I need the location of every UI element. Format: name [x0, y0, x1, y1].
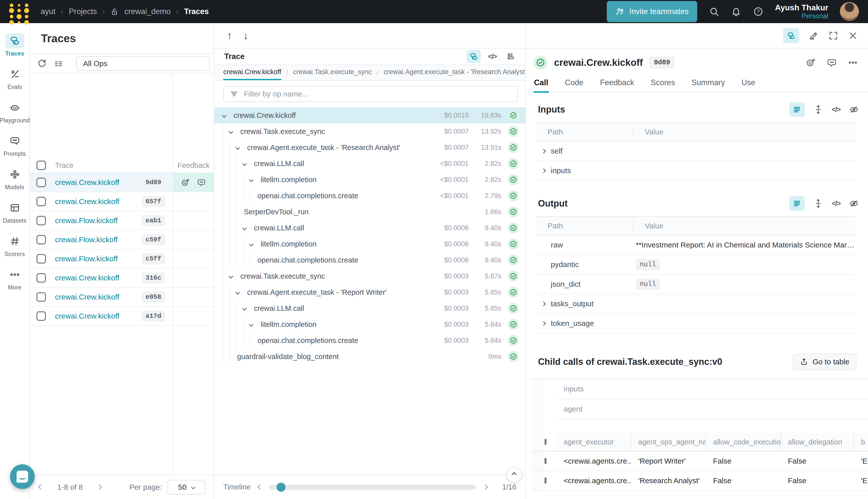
chevron-down-icon[interactable] — [222, 113, 226, 118]
add-reaction-icon[interactable] — [806, 58, 816, 68]
chevron-down-icon[interactable] — [228, 129, 233, 134]
child-call-row[interactable]: <crewai.agents.cre...'Report Writer'Fals… — [531, 451, 868, 471]
op-filter-input[interactable] — [243, 89, 511, 98]
row-checkbox[interactable] — [36, 292, 46, 302]
call-crumb-tab[interactable]: crewai.Agent.execute_task - 'Research An… — [384, 65, 525, 80]
kv-row[interactable]: json_dictnull — [536, 275, 855, 294]
column-header[interactable]: agent_executor — [557, 433, 631, 451]
row-checkbox[interactable] — [36, 273, 46, 283]
call-tree-row[interactable]: crewai.Task.execute_sync $0.0007 13.92s — [214, 123, 525, 139]
per-page-select[interactable]: 50 — [168, 480, 205, 495]
chevron-right-icon[interactable] — [541, 149, 546, 153]
breadcrumb-projects[interactable]: Projects — [69, 7, 97, 16]
chevron-right-icon[interactable] — [541, 168, 546, 173]
chevron-down-icon[interactable] — [242, 226, 247, 230]
trace-link[interactable]: crewai.Crew.kickoff — [55, 273, 138, 282]
call-tree-row[interactable]: litellm.completion $0.0003 5.84s — [214, 316, 525, 332]
row-checkbox[interactable] — [36, 216, 46, 226]
call-tree-row[interactable]: litellm.completion $0.0006 9.40s — [214, 236, 525, 252]
trace-row[interactable]: crewai.Crew.kickoff 316c — [30, 269, 214, 288]
overflow-menu-icon[interactable] — [848, 58, 858, 68]
flame-view-button[interactable] — [504, 50, 518, 63]
tab-summary[interactable]: Summary — [691, 75, 726, 93]
tab-use[interactable]: Use — [741, 75, 756, 93]
json-view-icon[interactable]: </> — [832, 106, 840, 113]
trace-link[interactable]: crewai.Flow.kickoff — [55, 216, 138, 225]
hide-values-icon[interactable] — [849, 198, 859, 208]
collapse-timeline-button[interactable] — [506, 467, 522, 483]
sidebar-item-traces[interactable]: Traces — [1, 33, 29, 57]
tree-view-button[interactable] — [467, 50, 481, 63]
hide-values-icon[interactable] — [849, 105, 859, 114]
column-settings-icon[interactable] — [53, 59, 64, 69]
trace-link[interactable]: crewai.Flow.kickoff — [55, 255, 138, 263]
call-tree-row[interactable]: crewai.Crew.kickoff $0.0010 19.83s — [214, 107, 525, 123]
select-all-checkbox[interactable] — [36, 160, 46, 170]
chevron-down-icon[interactable] — [242, 306, 247, 311]
comment-icon[interactable] — [197, 178, 206, 187]
op-filter-box[interactable] — [223, 86, 518, 102]
call-tree-row[interactable]: openai.chat.completions.create $0.0003 5… — [214, 332, 525, 349]
kv-row[interactable]: token_usage — [536, 314, 855, 333]
kv-row[interactable]: inputs — [536, 161, 855, 181]
edit-pencil-icon[interactable] — [809, 31, 819, 41]
go-to-table-button[interactable]: Go to table — [793, 354, 856, 370]
chevron-down-icon[interactable] — [249, 242, 253, 246]
timeline-knob[interactable] — [276, 483, 286, 492]
tab-call[interactable]: Call — [533, 75, 549, 93]
list-view-button[interactable] — [789, 102, 805, 117]
trace-row[interactable]: crewai.Crew.kickoff a17d — [30, 307, 214, 326]
avatar[interactable] — [840, 2, 859, 21]
child-call-row[interactable]: <crewai.agents.cre...'Research Analyst'F… — [531, 471, 868, 491]
trace-row[interactable]: crewai.Crew.kickoff e058 — [30, 288, 214, 307]
prev-page-icon[interactable] — [38, 484, 44, 490]
tab-feedback[interactable]: Feedback — [599, 75, 635, 93]
trace-row[interactable]: crewai.Flow.kickoff c59f — [30, 230, 214, 250]
call-tree-row[interactable]: crewai.Task.execute_sync $0.0003 5.87s — [214, 268, 525, 284]
row-checkbox[interactable] — [545, 458, 546, 464]
user-menu[interactable]: Ayush Thakur Personal — [775, 3, 828, 20]
chevron-down-icon[interactable] — [235, 290, 240, 294]
trace-link[interactable]: crewai.Crew.kickoff — [55, 293, 138, 301]
call-tree-row[interactable]: crewai.Agent.execute_task - 'Report Writ… — [214, 284, 525, 300]
wandb-logo-icon[interactable] — [9, 3, 27, 20]
chevron-down-icon[interactable] — [249, 322, 253, 327]
row-checkbox[interactable] — [36, 178, 46, 187]
timeline-next-icon[interactable] — [483, 484, 488, 490]
notifications-bell-icon[interactable] — [731, 6, 741, 17]
breadcrumb-project[interactable]: crewai_demo — [124, 7, 171, 16]
intercom-chat-button[interactable] — [10, 464, 35, 489]
ops-filter-select[interactable]: All Ops — [76, 56, 210, 71]
trace-column-header[interactable]: Trace — [55, 161, 138, 170]
row-checkbox[interactable] — [36, 235, 46, 244]
trace-link[interactable]: crewai.Crew.kickoff — [55, 178, 138, 187]
column-header[interactable]: allow_delegation — [781, 433, 854, 451]
chevron-right-icon[interactable] — [541, 321, 546, 326]
fullscreen-icon[interactable] — [828, 31, 838, 41]
next-trace-down-icon[interactable]: ↓ — [243, 31, 248, 41]
trace-link[interactable]: crewai.Flow.kickoff — [55, 235, 138, 244]
show-tree-button[interactable] — [783, 28, 799, 43]
call-tree-row[interactable]: litellm.completion <$0.0001 2.82s — [214, 172, 525, 188]
list-view-button[interactable] — [789, 196, 805, 211]
prev-trace-up-icon[interactable]: ↑ — [227, 31, 232, 41]
call-crumb-tab[interactable]: crewai.Crew.kickoff — [223, 65, 281, 80]
call-tree-row[interactable]: crewai.LLM.call $0.0003 5.85s — [214, 300, 525, 316]
call-id-badge[interactable]: 9d89 — [649, 57, 674, 69]
row-checkbox[interactable] — [36, 311, 46, 321]
call-tree-row[interactable]: crewai.LLM.call $0.0006 9.40s — [214, 220, 525, 236]
trace-link[interactable]: crewai.Crew.kickoff — [55, 312, 138, 320]
expand-rows-icon[interactable] — [813, 105, 823, 114]
kv-row[interactable]: pydanticnull — [536, 255, 855, 275]
chevron-right-icon[interactable] — [541, 302, 546, 306]
trace-row[interactable]: crewai.Crew.kickoff 9d89 — [30, 173, 214, 192]
chevron-down-icon[interactable] — [235, 145, 240, 150]
sidebar-item-prompts[interactable]: Prompts — [1, 133, 29, 157]
kv-row[interactable]: raw**Investment Report: AI in Chemical a… — [536, 235, 855, 255]
call-tree-row[interactable]: crewai.LLM.call <$0.0001 2.82s — [214, 156, 525, 172]
kv-row[interactable]: tasks_output — [536, 294, 855, 314]
row-checkbox[interactable] — [545, 477, 546, 484]
timeline-prev-icon[interactable] — [257, 484, 262, 490]
call-tree-row[interactable]: guardrail-validate_blog_content 0ms — [214, 349, 525, 365]
call-tree-row[interactable]: openai.chat.completions.create $0.0006 9… — [214, 252, 525, 268]
